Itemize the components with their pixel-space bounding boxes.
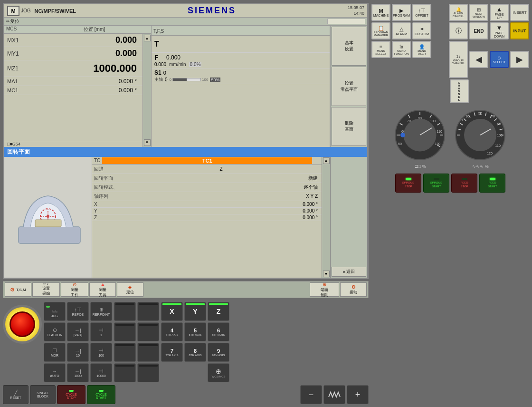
feed-stop-btn[interactable]: FEEDSTOP (451, 174, 477, 193)
cnc-screen: M JOG NC/MPF/SWIVEL SIEMENS 15.05.07 14:… (3, 3, 369, 279)
blank-btn-3[interactable] (114, 322, 136, 341)
svg-rect-0 (19, 227, 80, 243)
program-btn[interactable]: ▶ PROGRAM (392, 4, 411, 21)
select-btn[interactable]: ⊙ SELECT (490, 51, 509, 68)
rapid-wave-btn[interactable] (323, 385, 345, 404)
step10-btn[interactable]: →| 10 (67, 343, 89, 362)
nav-left-btn[interactable]: ◀ (469, 51, 488, 68)
cycle-start-btn[interactable]: CYCLESTART (87, 385, 115, 404)
step1000-btn[interactable]: →| 1000 (67, 363, 89, 382)
7th-axis-btn[interactable]: 77TH AXIS (161, 343, 183, 362)
menu-select-btn[interactable]: ≡ MENUSELECT (371, 41, 390, 58)
scroll-down-arrow[interactable]: ▼ (144, 139, 151, 146)
4th-axis-btn[interactable]: 44TH AXIS (161, 322, 183, 341)
step100-btn[interactable]: ⊣ 100 (90, 343, 112, 362)
machine-btn[interactable]: M MACHINE (371, 4, 390, 21)
swing-btn[interactable]: ⚙ 摆动 (340, 282, 367, 297)
s1-row: S1 0 主轴 0 0 100 (152, 68, 330, 84)
table-row: MX1 0.000 (4, 34, 142, 47)
teach-in-btn[interactable]: ⊙ TEACH IN (44, 322, 66, 341)
wcs-mcs-btn[interactable]: ⊕ WCS/MCS (208, 363, 229, 382)
feed-override-dial[interactable]: 90 100 110 120 50 60 70 80 ⊐□ % (393, 108, 447, 169)
blank-btn-1[interactable] (114, 302, 136, 321)
next-window-btn[interactable]: ⊞ NEXTWINDOW (469, 4, 488, 21)
repos-btn[interactable]: ↑⊤ REPOS (67, 302, 89, 321)
end-btn[interactable]: END (469, 22, 488, 39)
table-row: MC1 0.000 ° (4, 86, 142, 95)
spindle-dial-label: ∿∿∿ % (472, 164, 489, 169)
measure-tool-btn[interactable]: 🔺 测量刀具 (89, 282, 116, 297)
scroll-up-arrow[interactable]: ▲ (144, 35, 151, 41)
var-btn[interactable]: →| [VAR] (67, 322, 89, 341)
header-mcs: MCS (6, 26, 39, 33)
blank-btn-6[interactable] (137, 343, 159, 362)
header-tfs: T,F,S (153, 29, 164, 34)
tc-row-1: 回退 Z (92, 165, 322, 174)
page-up-btn[interactable]: ▲ PAGEUP (490, 4, 509, 21)
minus-btn[interactable]: − (300, 385, 322, 404)
spindle-override-dial[interactable]: 0 10 50 70 90 100 110 120 ∿∿∿ % (453, 108, 508, 169)
page-down-btn[interactable]: ▼ PAGEDOWN (490, 22, 509, 39)
group-channel-btn[interactable]: 1↓ GROUPCHANNEL (449, 41, 468, 78)
measure-workpiece-btn[interactable]: ⊙ 测量工件 (61, 282, 88, 297)
nav-right-btn[interactable]: ▶ (510, 51, 529, 68)
blank-btn-7[interactable] (114, 363, 136, 382)
6th-axis-btn[interactable]: 66TH AXIS (208, 322, 229, 341)
8th-axis-btn[interactable]: 88TH AXIS (184, 343, 206, 362)
face-milling-btn[interactable]: ⊕ 端面铣削 (310, 282, 339, 297)
alarm-btn[interactable]: △ ALARM (392, 22, 411, 39)
y-axis-btn[interactable]: Y (184, 302, 206, 321)
delete-base-btn[interactable]: 删除基面 (332, 107, 366, 146)
plus-btn[interactable]: + (347, 385, 369, 404)
svg-text:120: 120 (487, 152, 493, 155)
header-position: 位置 [mm] (39, 26, 149, 33)
feed-start-btn[interactable]: FEEDSTART (479, 174, 505, 193)
offset-btn[interactable]: ↑⊤ OFFSET (412, 4, 431, 21)
alarm-cancel-btn[interactable]: 🔔 ALARMCANCEL (449, 4, 468, 21)
single-block-btn[interactable]: SINGLEBLOCK (30, 385, 56, 404)
tsm-toolbar-btn[interactable]: ⚙ T,S,M (5, 282, 31, 297)
t-row: T (152, 36, 330, 53)
z-axis-btn[interactable]: Z (208, 302, 229, 321)
emergency-stop-button[interactable] (3, 305, 42, 344)
zero-plane-btn[interactable]: 设置零点平面 (332, 67, 366, 106)
reset-btn[interactable]: ╱ RESET (3, 385, 28, 404)
program-manager-btn[interactable]: 📋 PROGRAMMANAGER (371, 22, 390, 39)
spindle-stop-btn[interactable]: SPINDLESTOP (395, 174, 421, 193)
svg-text:90: 90 (497, 122, 501, 126)
svg-text:100: 100 (497, 134, 503, 137)
help-btn[interactable]: ⓘ (449, 22, 468, 39)
auto-btn[interactable]: → AUTO (44, 363, 66, 382)
blank-btn-2[interactable] (137, 302, 159, 321)
insert-btn[interactable]: INSERT (510, 4, 529, 21)
spindle-start-btn[interactable]: SPINDLESTART (423, 174, 449, 193)
nav-up-arrow[interactable]: ▲ (323, 157, 330, 164)
nav-down-arrow[interactable]: ▼ (323, 271, 330, 277)
x-axis-btn[interactable]: X (161, 302, 183, 321)
blank-btn-5[interactable] (114, 343, 136, 362)
menu-function-btn[interactable]: fx MENUFUNCTION (392, 41, 411, 58)
tc-z-row: Z 0.000 ° (92, 214, 322, 221)
jog-btn[interactable]: ≈≈ JOG (44, 302, 66, 321)
tc-x-row: X 0.000 ° (92, 201, 322, 208)
mdr-btn[interactable]: ☐ MDR (44, 343, 66, 362)
step1-btn[interactable]: ⊣ 1 (90, 322, 112, 341)
cycle-stop-btn[interactable]: CYCLESTOP (57, 385, 86, 404)
positioning-btn[interactable]: ◈ 定位 (117, 282, 143, 297)
svg-text:120: 120 (435, 142, 440, 145)
machine-image-area (4, 157, 92, 278)
9th-axis-btn[interactable]: 99TH AXIS (208, 343, 229, 362)
ref-point-btn[interactable]: ⊕ REF.POINT (90, 302, 112, 321)
svg-point-4 (47, 215, 49, 218)
basic-settings-btn[interactable]: 基本设置 (332, 27, 366, 66)
return-button[interactable]: « 返回 (332, 267, 366, 277)
menu-user-btn[interactable]: 👤 MENUUSER (412, 41, 431, 58)
custom-btn[interactable]: ✦ CUSTOM (412, 22, 431, 39)
blank-btn-8[interactable] (137, 363, 159, 382)
tc-label: TC (94, 158, 100, 163)
step10000-btn[interactable]: ⊣ 10000 (90, 363, 112, 382)
input-btn[interactable]: INPUT (510, 22, 529, 39)
5th-axis-btn[interactable]: 55TH AXIS (184, 322, 206, 341)
blank-btn-4[interactable] (137, 322, 159, 341)
settings-toolbar-btn[interactable]: 20▼ 设置采编 (32, 282, 60, 297)
